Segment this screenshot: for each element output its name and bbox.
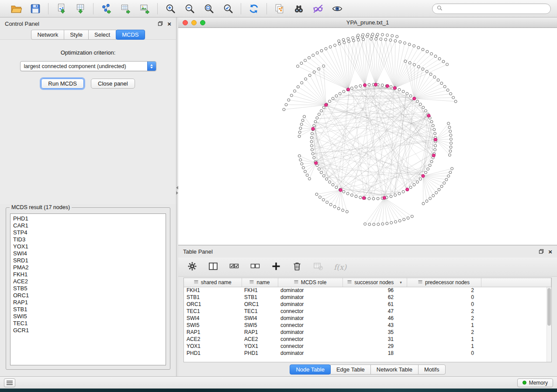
mcds-node[interactable] bbox=[427, 114, 430, 117]
network-node[interactable] bbox=[352, 37, 354, 39]
network-node[interactable] bbox=[450, 146, 452, 148]
mcds-node-item[interactable]: SRD1 bbox=[13, 257, 163, 264]
mcds-node-item[interactable]: CAR1 bbox=[13, 222, 163, 229]
table-cell[interactable]: 96 bbox=[343, 287, 407, 294]
split-view-button[interactable] bbox=[208, 261, 218, 273]
tab-motifs[interactable]: Motifs bbox=[418, 364, 446, 375]
network-node[interactable] bbox=[426, 50, 429, 53]
criterion-select[interactable]: largest connected component (undirected) bbox=[20, 61, 156, 71]
network-node[interactable] bbox=[346, 192, 349, 195]
network-node[interactable] bbox=[377, 223, 380, 226]
network-node[interactable] bbox=[313, 124, 315, 127]
network-node[interactable] bbox=[318, 168, 320, 170]
open-session-button[interactable] bbox=[9, 2, 23, 16]
table-cell[interactable]: 0 bbox=[407, 301, 481, 308]
table-cell[interactable]: SWI5 bbox=[242, 322, 278, 329]
task-history-button[interactable] bbox=[4, 378, 15, 387]
network-node[interactable] bbox=[355, 86, 357, 88]
table-cell[interactable]: dominator bbox=[278, 294, 343, 301]
table-cell[interactable]: dominator bbox=[278, 315, 343, 322]
network-node[interactable] bbox=[320, 49, 323, 52]
network-node[interactable] bbox=[320, 171, 323, 174]
network-node[interactable] bbox=[404, 42, 406, 45]
network-node[interactable] bbox=[377, 197, 379, 200]
network-node[interactable] bbox=[302, 166, 304, 169]
network-node[interactable] bbox=[422, 106, 425, 109]
network-node[interactable] bbox=[446, 89, 449, 91]
table-row[interactable]: TEC1TEC1connector472 bbox=[184, 308, 551, 315]
mcds-node[interactable] bbox=[383, 196, 386, 199]
network-node[interactable] bbox=[396, 35, 398, 38]
network-node[interactable] bbox=[368, 197, 370, 200]
mcds-node[interactable] bbox=[393, 86, 396, 89]
network-node[interactable] bbox=[398, 89, 401, 91]
network-node[interactable] bbox=[316, 52, 318, 54]
network-node[interactable] bbox=[297, 65, 299, 68]
table-cell[interactable]: connector bbox=[278, 322, 343, 329]
table-cell[interactable]: dominator bbox=[278, 301, 343, 308]
network-node[interactable] bbox=[440, 185, 443, 188]
network-node[interactable] bbox=[416, 181, 419, 183]
table-cell[interactable]: ORC1 bbox=[242, 301, 278, 308]
network-node[interactable] bbox=[394, 194, 397, 196]
table-cell[interactable]: dominator bbox=[278, 350, 343, 357]
network-node[interactable] bbox=[343, 90, 345, 93]
network-node[interactable] bbox=[442, 60, 445, 63]
deselect-all-button[interactable] bbox=[250, 261, 260, 273]
table-row[interactable]: ACE2ACE2connector311 bbox=[184, 336, 551, 343]
network-node[interactable] bbox=[408, 62, 411, 64]
show-graphics-details-button[interactable] bbox=[330, 2, 344, 16]
table-cell[interactable]: ACE2 bbox=[242, 336, 278, 343]
network-node[interactable] bbox=[343, 190, 345, 193]
network-node[interactable] bbox=[368, 223, 371, 226]
network-node[interactable] bbox=[287, 99, 290, 101]
network-node[interactable] bbox=[301, 119, 304, 122]
scrollbar-thumb[interactable] bbox=[547, 288, 551, 326]
network-node[interactable] bbox=[338, 40, 340, 42]
search-network-button[interactable] bbox=[292, 2, 306, 16]
network-node[interactable] bbox=[450, 134, 452, 137]
mcds-node[interactable] bbox=[347, 88, 350, 91]
mcds-node[interactable] bbox=[363, 83, 367, 86]
table-cell[interactable]: 35 bbox=[343, 329, 407, 336]
mcds-node[interactable] bbox=[434, 138, 437, 141]
network-node[interactable] bbox=[446, 63, 449, 66]
column-header-predecessor-nodes[interactable]: predecessor nodes bbox=[407, 278, 481, 287]
table-row[interactable]: FKH1FKH1dominator962 bbox=[184, 287, 551, 294]
close-panel-button[interactable]: Close panel bbox=[91, 79, 135, 89]
table-cell[interactable]: dominator bbox=[278, 329, 343, 336]
table-cell[interactable]: 47 bbox=[343, 308, 407, 315]
network-node[interactable] bbox=[394, 40, 397, 42]
network-node[interactable] bbox=[299, 158, 302, 161]
mcds-node[interactable] bbox=[315, 162, 318, 165]
network-node[interactable] bbox=[407, 217, 409, 220]
table-row[interactable]: RAP1RAP1dominator352 bbox=[184, 329, 551, 336]
network-node[interactable] bbox=[390, 221, 393, 224]
table-cell[interactable]: 0 bbox=[407, 294, 481, 301]
network-node[interactable] bbox=[419, 178, 422, 180]
network-node[interactable] bbox=[445, 178, 448, 181]
table-cell[interactable]: RAP1 bbox=[242, 329, 278, 336]
float-panel-icon[interactable] bbox=[539, 249, 544, 254]
network-node[interactable] bbox=[425, 110, 427, 112]
close-window-icon[interactable] bbox=[183, 20, 188, 25]
network-node[interactable] bbox=[299, 127, 302, 130]
network-node[interactable] bbox=[329, 45, 332, 48]
mcds-node[interactable] bbox=[413, 97, 416, 100]
table-cell[interactable]: 2 bbox=[407, 287, 481, 294]
network-node[interactable] bbox=[350, 87, 353, 89]
network-node[interactable] bbox=[297, 86, 299, 88]
import-table-button[interactable] bbox=[73, 2, 87, 16]
network-node[interactable] bbox=[322, 175, 325, 177]
network-node[interactable] bbox=[312, 54, 315, 57]
network-node[interactable] bbox=[398, 220, 401, 222]
sort-icon[interactable] bbox=[194, 279, 198, 285]
network-node[interactable] bbox=[339, 93, 341, 95]
table-cell[interactable]: 31 bbox=[343, 336, 407, 343]
network-node[interactable] bbox=[432, 194, 435, 197]
network-node[interactable] bbox=[422, 48, 424, 51]
network-node[interactable] bbox=[381, 84, 384, 86]
mcds-node[interactable] bbox=[406, 188, 409, 191]
network-node[interactable] bbox=[402, 190, 405, 193]
network-node[interactable] bbox=[322, 106, 325, 109]
